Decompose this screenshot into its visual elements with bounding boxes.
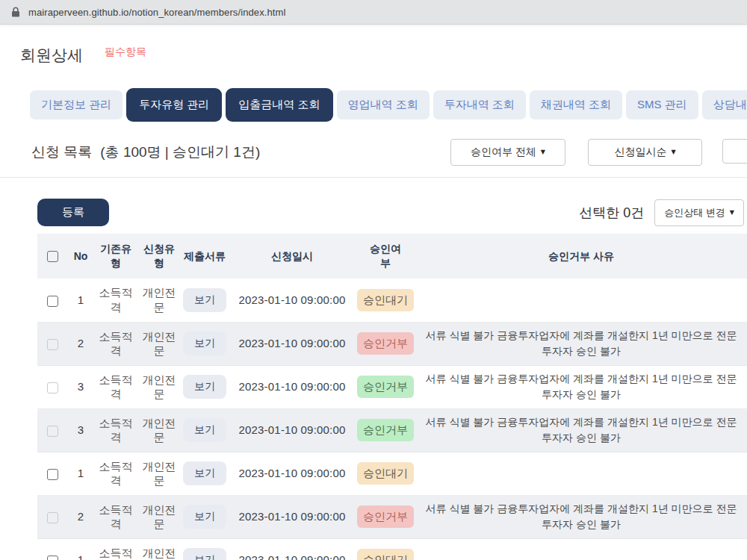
row-checkbox[interactable] bbox=[47, 296, 58, 307]
extra-dropdown[interactable] bbox=[722, 139, 747, 164]
selected-count: 선택한 0건 bbox=[579, 204, 644, 222]
title-row: 회원상세 필수항목 bbox=[20, 45, 747, 66]
status-badge: 승인대기 bbox=[357, 462, 414, 485]
view-button[interactable]: 보기 bbox=[183, 548, 226, 560]
cell-no: 2 bbox=[67, 322, 94, 365]
toolbar-row: 등록 선택한 0건 승인상태 변경▼ bbox=[0, 199, 747, 226]
lock-icon bbox=[11, 7, 20, 17]
table-row: 1 소득적격 개인전문 보기 2023-01-10 09:00:00 승인대기 bbox=[37, 279, 747, 322]
view-button[interactable]: 보기 bbox=[183, 461, 226, 485]
cell-existing-type: 소득적격 bbox=[94, 452, 137, 495]
tab-8[interactable]: 상담내역 관리 bbox=[702, 90, 747, 119]
cell-applied-type: 개인전문 bbox=[137, 452, 181, 495]
cell-existing-type: 소득적격 bbox=[94, 279, 137, 322]
row-checkbox[interactable] bbox=[47, 469, 58, 480]
row-checkbox[interactable] bbox=[47, 382, 58, 393]
tab-6[interactable]: 채권내역 조회 bbox=[530, 90, 622, 119]
row-checkbox[interactable] bbox=[47, 556, 58, 560]
col-reject-reason: 승인거부 사유 bbox=[415, 234, 747, 279]
cell-applied-type: 개인전문 bbox=[137, 538, 181, 560]
status-badge: 승인대기 bbox=[357, 549, 414, 560]
change-status-label: 승인상태 변경 bbox=[664, 207, 725, 218]
table-row: 2 소득적격 개인전문 보기 2023-01-10 09:00:00 승인거부 … bbox=[37, 495, 747, 538]
col-select bbox=[37, 234, 67, 279]
tab-3[interactable]: 입출금내역 조회 bbox=[226, 88, 332, 122]
cell-applied-type: 개인전문 bbox=[137, 322, 181, 365]
view-button[interactable]: 보기 bbox=[183, 505, 226, 529]
cell-no: 2 bbox=[67, 495, 94, 538]
cell-reason bbox=[415, 279, 747, 322]
status-badge: 승인거부 bbox=[357, 332, 414, 355]
sort-dropdown[interactable]: 신청일시순▼ bbox=[588, 139, 702, 166]
view-button[interactable]: 보기 bbox=[183, 375, 226, 399]
tab-4[interactable]: 영업내역 조회 bbox=[337, 90, 430, 119]
approval-filter-dropdown[interactable]: 승인여부 전체▼ bbox=[450, 139, 565, 166]
cell-applied-type: 개인전문 bbox=[137, 365, 181, 408]
row-checkbox[interactable] bbox=[47, 426, 58, 437]
table-row: 1 소득적격 개인전문 보기 2023-01-10 09:00:00 승인대기 bbox=[37, 538, 747, 560]
col-existing-type: 기존유형 bbox=[94, 234, 137, 279]
caret-down-icon: ▼ bbox=[730, 209, 734, 216]
url-text: mairaperveen.github.io/notion_korean/mem… bbox=[28, 7, 285, 18]
cell-no: 3 bbox=[67, 408, 94, 452]
cell-no: 1 bbox=[67, 279, 94, 322]
col-approval: 승인여부 bbox=[356, 234, 415, 279]
cell-existing-type: 소득적격 bbox=[94, 495, 137, 538]
cell-no: 1 bbox=[67, 538, 94, 560]
row-checkbox[interactable] bbox=[47, 512, 58, 523]
status-badge: 승인거부 bbox=[357, 419, 414, 441]
cell-reason: 서류 식별 불가 금융투자업자에 계좌를 개설한지 1년 미만으로 전문 투자자… bbox=[415, 322, 747, 365]
view-button[interactable]: 보기 bbox=[183, 288, 226, 312]
approval-filter-label: 승인여부 전체 bbox=[471, 146, 536, 158]
sort-label: 신청일시순 bbox=[614, 146, 666, 158]
table-row: 3 소득적격 개인전문 보기 2023-01-10 09:00:00 승인거부 … bbox=[37, 408, 747, 452]
view-button[interactable]: 보기 bbox=[183, 418, 226, 442]
required-label: 필수항목 bbox=[105, 46, 146, 59]
page-title: 회원상세 bbox=[20, 45, 83, 66]
change-status-dropdown[interactable]: 승인상태 변경▼ bbox=[654, 199, 744, 226]
cell-reason: 서류 식별 불가 금융투자업자에 계좌를 개설한지 1년 미만으로 전문 투자자… bbox=[415, 365, 747, 408]
caret-down-icon: ▼ bbox=[671, 149, 675, 155]
cell-datetime: 2023-01-10 09:00:00 bbox=[229, 365, 356, 408]
table-body: 1 소득적격 개인전문 보기 2023-01-10 09:00:00 승인대기 … bbox=[37, 279, 747, 560]
tab-2[interactable]: 투자유형 관리 bbox=[126, 88, 222, 122]
cell-no: 1 bbox=[67, 452, 94, 495]
url-bar[interactable]: mairaperveen.github.io/notion_korean/mem… bbox=[0, 0, 747, 25]
applications-table: No 기존유형 신청유형 제출서류 신청일시 승인여부 승인거부 사유 1 소득… bbox=[37, 234, 747, 560]
table-header-row: No 기존유형 신청유형 제출서류 신청일시 승인여부 승인거부 사유 bbox=[37, 234, 747, 279]
status-badge: 승인거부 bbox=[357, 376, 414, 398]
tab-1[interactable]: 기본정보 관리 bbox=[30, 90, 123, 119]
cell-applied-type: 개인전문 bbox=[137, 408, 181, 452]
view-button[interactable]: 보기 bbox=[183, 332, 226, 355]
table-row: 3 소득적격 개인전문 보기 2023-01-10 09:00:00 승인거부 … bbox=[37, 365, 747, 408]
cell-existing-type: 소득적격 bbox=[94, 408, 137, 452]
cell-existing-type: 소득적격 bbox=[94, 538, 137, 560]
select-all-checkbox[interactable] bbox=[47, 251, 58, 262]
table-row: 2 소득적격 개인전문 보기 2023-01-10 09:00:00 승인거부 … bbox=[37, 322, 747, 365]
cell-applied-type: 개인전문 bbox=[137, 495, 181, 538]
tab-5[interactable]: 투자내역 조회 bbox=[433, 90, 526, 119]
cell-reason bbox=[415, 452, 747, 495]
table-row: 1 소득적격 개인전문 보기 2023-01-10 09:00:00 승인대기 bbox=[37, 452, 747, 495]
cell-datetime: 2023-01-10 09:00:00 bbox=[229, 322, 356, 365]
tabs: 기본정보 관리투자유형 관리입출금내역 조회영업내역 조회투자내역 조회채권내역… bbox=[30, 88, 747, 122]
cell-datetime: 2023-01-10 09:00:00 bbox=[229, 538, 356, 560]
cell-datetime: 2023-01-10 09:00:00 bbox=[229, 495, 356, 538]
status-badge: 승인거부 bbox=[357, 505, 414, 528]
cell-reason: 서류 식별 불가 금융투자업자에 계좌를 개설한지 1년 미만으로 전문 투자자… bbox=[415, 495, 747, 538]
cell-reason: 서류 식별 불가 금융투자업자에 계좌를 개설한지 1년 미만으로 전문 투자자… bbox=[415, 408, 747, 452]
list-summary: (총 100명 | 승인대기 1건) bbox=[100, 143, 260, 162]
row-checkbox[interactable] bbox=[47, 339, 58, 350]
cell-datetime: 2023-01-10 09:00:00 bbox=[229, 408, 356, 452]
col-datetime: 신청일시 bbox=[229, 234, 356, 279]
cell-existing-type: 소득적격 bbox=[94, 322, 137, 365]
cell-existing-type: 소득적격 bbox=[94, 365, 137, 408]
caret-down-icon: ▼ bbox=[541, 149, 545, 155]
tab-7[interactable]: SMS 관리 bbox=[626, 90, 698, 119]
cell-datetime: 2023-01-10 09:00:00 bbox=[229, 452, 356, 495]
list-heading-row: 신청 목록 (총 100명 | 승인대기 1건) 승인여부 전체▼ 신청일시순▼ bbox=[0, 139, 747, 166]
col-documents: 제출서류 bbox=[181, 234, 229, 279]
register-button[interactable]: 등록 bbox=[37, 199, 109, 226]
col-no: No bbox=[67, 234, 94, 279]
cell-datetime: 2023-01-10 09:00:00 bbox=[229, 279, 356, 322]
